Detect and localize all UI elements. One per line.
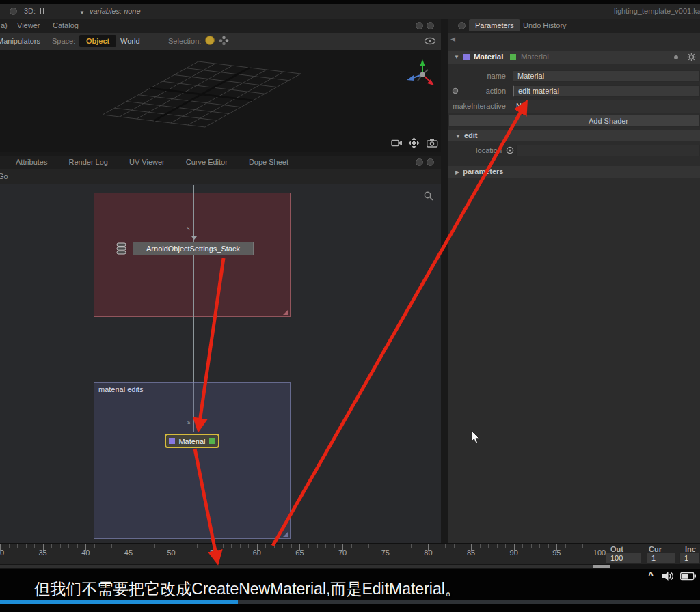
edit-group-header[interactable]: ▼edit (448, 130, 700, 141)
panel-tab[interactable]: Dope Sheet (243, 156, 295, 168)
viewer-toolbar: Manipulators Space: Object World Selecti… (0, 33, 441, 51)
go-button[interactable]: Go (0, 172, 8, 180)
nodegraph-gobar: Go (0, 169, 441, 184)
timeline-tick-label: 75 (381, 548, 390, 557)
panel-menu-icon[interactable] (458, 22, 466, 29)
arnold-port-label: s (187, 225, 190, 232)
volume-icon[interactable] (662, 571, 675, 581)
pan-move-icon[interactable] (408, 137, 420, 149)
collapse-left-icon[interactable]: ◀ (450, 36, 455, 42)
katana-application-window: 3D: ▼ variables: none lighting_template_… (0, 0, 700, 612)
expand-triangle-icon: ▶ (455, 169, 459, 176)
name-field[interactable]: Material (513, 70, 700, 82)
node-color-swatch (463, 54, 470, 60)
selection-mode-icon[interactable] (205, 36, 215, 45)
nodegraph-group-material-edits[interactable]: material edits (94, 382, 291, 539)
video-progress-track[interactable] (0, 600, 700, 604)
location-picker-icon[interactable] (506, 146, 514, 154)
material-input-swatch (169, 438, 175, 444)
nodegraph-panel: AttributesRender LogUV ViewerCurve Edito… (0, 156, 441, 543)
tab-parameters[interactable]: Parameters (469, 19, 520, 31)
stack-icon (116, 242, 127, 255)
make-interactive-label: makeInteractive (448, 102, 506, 110)
gear-icon[interactable] (687, 53, 696, 61)
selection-tool-icon[interactable] (219, 36, 229, 46)
timeline-tick-label: 35 (39, 548, 47, 557)
make-interactive-dropdown[interactable]: No (516, 102, 526, 110)
group-resize-handle[interactable] (283, 531, 288, 537)
nodegraph-canvas[interactable]: s ArnoldObjectSettings_Stack material ed… (0, 184, 441, 543)
tray-chevron-icon[interactable]: ^ (648, 570, 654, 581)
orientation-gizmo[interactable] (405, 55, 440, 91)
parameters-panel: Parameters Undo History ◀ ▼ Material Mat… (448, 19, 700, 543)
inc-field[interactable]: 1 (679, 553, 700, 564)
panel-close-icon[interactable] (427, 158, 434, 166)
node-arnold-object-settings[interactable]: ArnoldObjectSettings_Stack (133, 242, 254, 255)
window-title: lighting_template_v001.ka (614, 7, 700, 15)
space-label: Space: (52, 37, 75, 45)
nodegraph-tabbar: AttributesRender LogUV ViewerCurve Edito… (0, 156, 441, 170)
scrollbar-thumb[interactable] (593, 565, 610, 568)
collapse-triangle-icon[interactable]: ▼ (454, 54, 459, 60)
tab-undo-history[interactable]: Undo History (517, 19, 573, 31)
timeline-ruler[interactable]: 3035404550556065707580859095100 (0, 544, 608, 559)
timeline-tick-label: 65 (295, 548, 304, 557)
name-label: name (448, 72, 506, 80)
battery-icon[interactable] (680, 572, 697, 581)
variables-label[interactable]: variables: none (90, 7, 141, 15)
timeline-tick-label: 50 (167, 548, 175, 557)
node-title: Material (474, 53, 503, 61)
timeline-tick-label: 95 (552, 548, 561, 557)
timeline-tick-label: 70 (338, 548, 347, 557)
viewport-3d[interactable] (0, 50, 441, 152)
selection-label: Selection: (168, 37, 201, 45)
tab-catalog[interactable]: Catalog (46, 19, 85, 31)
node-output-swatch (510, 54, 516, 60)
panel-pin-icon[interactable] (416, 158, 423, 166)
node-type-label: Material (521, 53, 549, 61)
app-menu-icon[interactable] (10, 8, 17, 15)
variables-dropdown-icon[interactable]: ▼ (79, 10, 85, 16)
timeline-tick-label: 60 (253, 548, 261, 557)
location-field[interactable] (516, 145, 700, 156)
group-resize-handle[interactable] (283, 309, 288, 315)
manipulators-button[interactable]: Manipulators (0, 37, 40, 45)
out-field[interactable]: 100 (606, 553, 641, 564)
timeline-tick-label: 55 (210, 548, 218, 557)
space-world-button[interactable]: World (120, 37, 140, 45)
panel-close-icon[interactable] (427, 22, 434, 29)
add-shader-button[interactable]: Add Shader (448, 115, 700, 127)
action-dropdown[interactable]: edit material (513, 85, 700, 97)
scrollbar-range (0, 565, 600, 568)
camera-icon[interactable] (427, 139, 438, 148)
material-port-label: s (187, 419, 191, 426)
parameter-node-header[interactable]: ▼ Material Material (448, 51, 700, 64)
panel-tab[interactable]: Attributes (10, 156, 53, 168)
pause-icon[interactable] (40, 8, 45, 14)
group-label: material edits (98, 385, 143, 393)
cur-field[interactable]: 1 (647, 553, 675, 564)
timeline-scrollbar[interactable] (0, 564, 700, 569)
timeline-tick-label: 45 (124, 548, 133, 557)
eye-icon[interactable] (424, 36, 436, 46)
timeline-tick-label: 100 (593, 548, 606, 557)
video-progress-fill (0, 600, 238, 604)
help-dot-icon[interactable] (673, 54, 679, 61)
edit-group-label: edit (464, 131, 478, 139)
node-material[interactable]: Material (165, 434, 219, 448)
timeline-tick-label: 30 (0, 548, 4, 557)
panel-splitter[interactable] (441, 19, 448, 543)
panel-pin-icon[interactable] (416, 22, 423, 29)
timeline-tick-label: 85 (467, 548, 475, 557)
viewer-tabbar: a) Viewer Catalog (0, 19, 441, 33)
arnold-port-arrow-icon (191, 236, 197, 240)
panel-tab[interactable]: Curve Editor (180, 156, 234, 168)
tab-viewer[interactable]: Viewer (11, 19, 46, 31)
panel-tab[interactable]: UV Viewer (123, 156, 171, 168)
panel-tab[interactable]: Render Log (62, 156, 114, 168)
node-label: Material (178, 437, 205, 445)
render-view-icon[interactable] (391, 139, 403, 148)
parameters-group-header[interactable]: ▶parameters (448, 166, 700, 178)
space-object-button[interactable]: Object (79, 35, 116, 47)
parameters-group-label: parameters (463, 167, 503, 176)
